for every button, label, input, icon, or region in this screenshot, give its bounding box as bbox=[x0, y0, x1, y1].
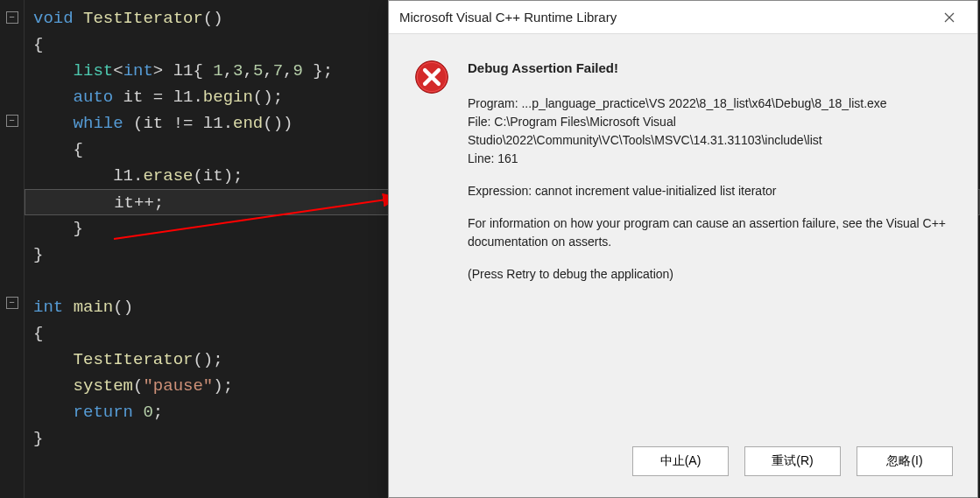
dialog-titlebar[interactable]: Microsoft Visual C++ Runtime Library bbox=[389, 1, 977, 34]
dialog-buttons: 中止(A) 重试(R) 忽略(I) bbox=[389, 434, 977, 497]
fold-toggle[interactable]: − bbox=[6, 115, 18, 127]
fold-toggle[interactable]: − bbox=[6, 11, 18, 24]
dialog-retry-hint: (Press Retry to debug the application) bbox=[468, 265, 953, 284]
dialog-body: Debug Assertion Failed! Program: ...p_la… bbox=[389, 34, 977, 434]
close-button[interactable] bbox=[932, 4, 967, 31]
close-icon bbox=[944, 12, 955, 23]
dialog-content: Debug Assertion Failed! Program: ...p_la… bbox=[468, 59, 953, 425]
dialog-heading: Debug Assertion Failed! bbox=[468, 59, 953, 79]
runtime-error-dialog: Microsoft Visual C++ Runtime Library Deb… bbox=[388, 0, 978, 498]
abort-button[interactable]: 中止(A) bbox=[632, 446, 729, 476]
editor-gutter: − − − bbox=[0, 0, 25, 498]
dialog-info: For information on how your program can … bbox=[468, 214, 953, 251]
fold-toggle[interactable]: − bbox=[6, 297, 18, 309]
dialog-title: Microsoft Visual C++ Runtime Library bbox=[399, 10, 932, 25]
error-icon bbox=[413, 59, 450, 95]
dialog-program-info: Program: ...p_language_practice\VS 2022\… bbox=[468, 95, 953, 168]
ignore-button[interactable]: 忽略(I) bbox=[857, 446, 953, 476]
retry-button[interactable]: 重试(R) bbox=[744, 446, 841, 476]
dialog-expression: Expression: cannot increment value-initi… bbox=[468, 182, 953, 200]
